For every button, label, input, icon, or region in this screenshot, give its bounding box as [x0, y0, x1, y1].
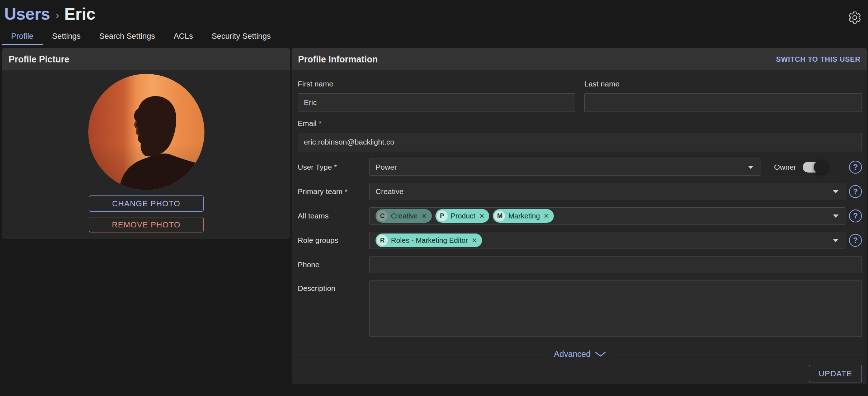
- advanced-section: Advanced: [298, 349, 862, 359]
- last-name-input[interactable]: [584, 93, 862, 112]
- remove-chip-icon[interactable]: ×: [421, 212, 426, 220]
- update-button[interactable]: UPDATE: [809, 365, 862, 382]
- chip-label: Creative: [391, 212, 418, 220]
- owner-toggle-knob: [814, 160, 827, 174]
- tab-search-settings[interactable]: Search Settings: [90, 29, 164, 45]
- chip-avatar: R: [377, 235, 388, 246]
- chevron-down-icon: [833, 214, 839, 218]
- tab-profile[interactable]: Profile: [2, 29, 43, 45]
- advanced-label: Advanced: [554, 349, 590, 359]
- profile-picture-title: Profile Picture: [9, 54, 70, 65]
- tab-acls[interactable]: ACLs: [164, 29, 202, 45]
- chevron-down-icon: [833, 239, 839, 242]
- switch-to-this-user-button[interactable]: SWITCH TO THIS USER: [776, 55, 860, 63]
- breadcrumb-separator: ›: [55, 8, 59, 22]
- profile-information-panel: Profile Information SWITCH TO THIS USER …: [292, 48, 867, 384]
- user-type-label: User Type *: [298, 163, 369, 171]
- breadcrumb: Users › Eric: [4, 4, 95, 24]
- divider: [612, 354, 862, 354]
- team-chip-product: P Product ×: [435, 209, 490, 223]
- chip-label: Marketing: [508, 212, 540, 220]
- tab-settings[interactable]: Settings: [43, 29, 90, 45]
- advanced-toggle[interactable]: Advanced: [547, 349, 612, 359]
- user-type-help-icon[interactable]: ?: [849, 161, 862, 174]
- team-chip-marketing: M Marketing ×: [493, 209, 554, 223]
- tab-security-settings[interactable]: Security Settings: [202, 29, 280, 45]
- first-name-input[interactable]: [298, 93, 575, 112]
- user-type-value: Power: [376, 163, 397, 171]
- phone-input[interactable]: [369, 256, 862, 273]
- team-chip-creative: C Creative ×: [376, 209, 432, 223]
- owner-toggle[interactable]: [803, 162, 826, 173]
- user-avatar-photo: [88, 74, 204, 190]
- tab-bar: Profile Settings Search Settings ACLs Se…: [2, 29, 280, 45]
- chip-avatar: P: [437, 211, 448, 221]
- email-input[interactable]: [298, 133, 862, 151]
- phone-label: Phone: [298, 260, 369, 269]
- remove-chip-icon[interactable]: ×: [479, 212, 484, 220]
- role-groups-label: Role groups: [298, 236, 369, 245]
- page-title: Eric: [64, 4, 95, 24]
- role-groups-help-icon[interactable]: ?: [849, 234, 862, 247]
- first-name-label: First name: [298, 80, 575, 88]
- chip-avatar: M: [494, 211, 505, 221]
- all-teams-label: All teams: [298, 212, 369, 220]
- settings-gear-icon[interactable]: [848, 11, 862, 24]
- chevron-down-icon: [833, 190, 839, 193]
- divider: [298, 354, 547, 354]
- topbar: Users › Eric: [0, 0, 868, 29]
- profile-information-title: Profile Information: [298, 54, 378, 65]
- profile-picture-header: Profile Picture: [2, 48, 290, 70]
- primary-team-select[interactable]: Creative: [369, 183, 845, 200]
- description-textarea[interactable]: [369, 280, 862, 337]
- chevron-down-icon: [748, 166, 754, 169]
- chevron-down-icon: [595, 352, 606, 357]
- last-name-label: Last name: [584, 80, 862, 88]
- primary-team-help-icon[interactable]: ?: [849, 185, 862, 198]
- role-group-chip-marketing-editor: R Roles - Marketing Editor ×: [376, 234, 482, 247]
- primary-team-label: Primary team *: [298, 187, 369, 196]
- change-photo-button[interactable]: CHANGE PHOTO: [89, 195, 204, 212]
- chip-avatar: C: [377, 211, 388, 221]
- chip-label: Roles - Marketing Editor: [391, 236, 468, 245]
- role-groups-select[interactable]: R Roles - Marketing Editor ×: [369, 232, 845, 249]
- description-label: Description: [298, 284, 369, 293]
- remove-chip-icon[interactable]: ×: [544, 212, 549, 220]
- primary-team-value: Creative: [376, 187, 404, 196]
- remove-photo-button[interactable]: REMOVE PHOTO: [89, 217, 204, 232]
- remove-chip-icon[interactable]: ×: [472, 236, 477, 245]
- breadcrumb-users-link[interactable]: Users: [4, 4, 50, 24]
- all-teams-help-icon[interactable]: ?: [849, 209, 862, 222]
- owner-label: Owner: [774, 163, 796, 171]
- profile-picture-panel: Profile Picture: [2, 48, 290, 239]
- user-type-select[interactable]: Power: [369, 159, 760, 176]
- chip-label: Product: [451, 212, 476, 220]
- email-label: Email *: [298, 119, 862, 128]
- all-teams-select[interactable]: C Creative × P Product × M Marketing ×: [369, 207, 845, 225]
- profile-information-header: Profile Information SWITCH TO THIS USER: [292, 48, 867, 70]
